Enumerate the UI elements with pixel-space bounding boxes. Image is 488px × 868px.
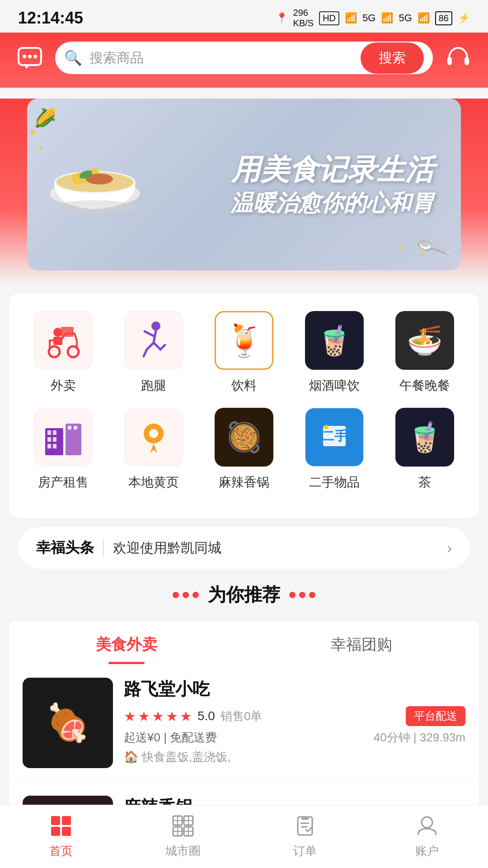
- star-1: ★: [124, 708, 136, 724]
- recommend-tabs: 美食外卖 幸福团购: [9, 621, 479, 664]
- svg-rect-27: [68, 426, 71, 429]
- store-1-info: 路飞堂小吃 ★ ★ ★ ★ ★ 5.0 销售0单 平台配送 起送¥0: [124, 678, 465, 768]
- svg-text:二手: 二手: [322, 429, 347, 443]
- store-1-sales: 销售0单: [221, 708, 262, 724]
- account-icon: [415, 814, 439, 840]
- charging-icon: ⚡: [458, 12, 470, 24]
- svg-rect-15: [61, 327, 74, 337]
- cha-label: 茶: [418, 474, 431, 491]
- search-button[interactable]: 搜索: [361, 42, 424, 74]
- city-icon: [171, 814, 195, 840]
- svg-point-3: [33, 55, 37, 58]
- dot-3: [192, 592, 199, 598]
- svg-point-18: [151, 321, 160, 330]
- left-dots: [173, 592, 199, 598]
- ershou-label: 二手物品: [309, 474, 360, 491]
- signal-bar-1: 📶: [381, 12, 393, 24]
- svg-rect-28: [74, 426, 77, 429]
- dot-5: [299, 592, 305, 598]
- svg-rect-17: [53, 337, 62, 345]
- yanjiu-icon-wrap: 🧋: [305, 311, 364, 370]
- tab-food-delivery[interactable]: 美食外卖: [9, 621, 244, 664]
- tab-group-buy[interactable]: 幸福团购: [244, 621, 479, 664]
- nav-account[interactable]: 账户: [366, 805, 488, 868]
- svg-rect-37: [62, 827, 71, 836]
- nav-home[interactable]: 首页: [0, 805, 122, 868]
- hd-badge: HD: [319, 11, 339, 25]
- news-section[interactable]: 幸福头条 欢迎使用黔凯同城 ›: [9, 527, 479, 569]
- battery-indicator: 86: [435, 11, 452, 25]
- star-2: ★: [138, 708, 150, 724]
- recommend-title-text: 为你推荐: [208, 582, 280, 607]
- bendiyeye-icon-wrap: [124, 408, 183, 467]
- corn-kernel-1: ●: [29, 126, 36, 138]
- recommend-title: 为你推荐: [9, 582, 479, 607]
- yinliao-icon-wrap: 🍹: [215, 311, 273, 370]
- nav-orders[interactable]: 订单: [244, 805, 366, 868]
- svg-rect-21: [53, 430, 56, 435]
- search-icon: 🔍: [64, 49, 82, 66]
- speed-text: 296KB/S: [293, 8, 314, 28]
- category-wancan[interactable]: 🍜 午餐晚餐: [384, 311, 465, 394]
- corn-decoration: 🌽: [34, 108, 56, 129]
- category-yanjiu[interactable]: 🧋 烟酒啤饮: [294, 311, 375, 394]
- mala-icon-wrap: 🥘: [215, 408, 273, 467]
- banner-line2: 温暖治愈你的心和胃: [230, 189, 434, 218]
- category-bendiyeye[interactable]: 本地黄页: [113, 408, 194, 491]
- svg-rect-25: [53, 444, 56, 448]
- store-item-1[interactable]: 🍖 路飞堂小吃 ★ ★ ★ ★ ★ 5.0 销售0单 平台配送: [9, 664, 479, 782]
- star-3: ★: [152, 708, 164, 724]
- svg-point-1: [23, 55, 26, 58]
- orders-icon: [293, 814, 317, 840]
- category-mala[interactable]: 🥘 麻辣香锅: [203, 408, 285, 491]
- home-icon: [49, 814, 73, 840]
- fangchan-icon-wrap: [34, 408, 93, 467]
- signal-5g-2: 5G: [399, 12, 412, 24]
- category-ershou[interactable]: 二手 二手物品: [294, 408, 375, 491]
- svg-point-12: [52, 200, 138, 214]
- dot-1: [173, 592, 179, 598]
- svg-rect-24: [47, 444, 51, 448]
- waimai-icon-wrap: [34, 311, 93, 370]
- ershou-icon-wrap: 二手: [305, 408, 364, 467]
- store-1-tags: 🏠 快食盖饭,盖浇饭,: [124, 749, 465, 765]
- dot-6: [309, 592, 315, 598]
- category-row-1: 外卖 跑腿 🍹 饮料 🧋: [23, 311, 465, 394]
- category-row-2: 房产租售 本地黄页 🥘 麻辣香锅: [23, 408, 465, 491]
- news-arrow-icon: ›: [447, 540, 452, 557]
- bottom-nav: 首页 城市圈: [0, 805, 488, 868]
- store-1-rating: 5.0: [197, 709, 215, 723]
- category-fangchan[interactable]: 房产租售: [23, 408, 104, 491]
- status-icons: 📍 296KB/S HD 📶 5G 📶 5G 📶 86 ⚡: [276, 8, 470, 28]
- category-paotui[interactable]: 跑腿: [113, 311, 194, 394]
- svg-rect-34: [51, 816, 60, 825]
- signal-bar-2: 📶: [418, 12, 430, 24]
- headphone-icon[interactable]: [442, 42, 474, 74]
- svg-point-47: [422, 817, 432, 828]
- banner-line1: 用美食记录生活: [230, 151, 434, 189]
- cha-icon-wrap: 🧋: [395, 408, 454, 467]
- category-cha[interactable]: 🧋 茶: [384, 408, 465, 491]
- store-1-distance: 40分钟 | 329.93m: [374, 730, 465, 745]
- chat-icon[interactable]: [14, 42, 46, 74]
- wancan-icon-wrap: 🍜: [395, 311, 454, 370]
- category-waimai[interactable]: 外卖: [23, 311, 104, 394]
- fangchan-label: 房产租售: [38, 474, 89, 491]
- news-divider: [103, 539, 104, 557]
- news-tag: 幸福头条: [36, 538, 94, 558]
- paotui-label: 跑腿: [141, 377, 166, 394]
- location-icon: 📍: [276, 12, 288, 24]
- nav-home-label: 首页: [49, 843, 73, 859]
- store-1-mincost: 起送¥0 | 免配送费: [124, 730, 217, 745]
- svg-rect-35: [62, 816, 71, 825]
- search-input[interactable]: 搜索商品: [89, 49, 353, 67]
- header: 🔍 搜索商品 搜索: [0, 33, 488, 88]
- category-yinliao[interactable]: 🍹 饮料: [203, 311, 285, 394]
- news-text: 欢迎使用黔凯同城: [113, 539, 438, 557]
- svg-rect-5: [465, 57, 469, 65]
- wancan-label: 午餐晚餐: [399, 377, 450, 394]
- banner: 🌽 ● ● 🥄 ● ● 用美食记录生活 温暖治愈你的心和胃: [27, 99, 461, 270]
- svg-rect-20: [47, 430, 51, 435]
- search-bar[interactable]: 🔍 搜索商品 搜索: [55, 42, 433, 74]
- nav-city[interactable]: 城市圈: [122, 805, 244, 868]
